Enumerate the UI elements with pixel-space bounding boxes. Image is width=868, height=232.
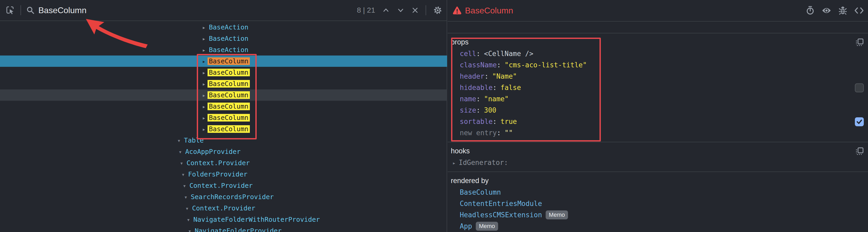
tree-row-basecolumn[interactable]: ▸BaseColumn xyxy=(0,112,447,123)
tree-row-basecolumn[interactable]: ▸BaseColumn xyxy=(0,78,447,89)
debug-log-icon[interactable] xyxy=(839,6,847,15)
inspect-element-icon[interactable] xyxy=(6,6,15,15)
collapse-arrow-icon[interactable]: ▾ xyxy=(176,135,182,146)
clear-search-icon[interactable] xyxy=(411,7,419,14)
tree-row-foldersprovider[interactable]: ▾FoldersProvider xyxy=(0,169,447,180)
settings-gear-icon[interactable] xyxy=(433,5,442,15)
prop-colon: : xyxy=(476,106,480,114)
tree-row-label: BaseAction xyxy=(209,46,249,54)
inspect-dom-icon[interactable] xyxy=(822,7,831,14)
rendered-by-link[interactable]: App xyxy=(460,222,472,230)
tree-row-basecolumn[interactable]: ▸BaseColumn xyxy=(0,56,447,67)
toolbar-divider xyxy=(426,5,426,15)
hook-row-idgenerator[interactable]: ▸IdGenerator: xyxy=(448,157,868,168)
error-warning-icon xyxy=(453,6,462,15)
rendered-by-section-label: rendered by xyxy=(448,175,868,187)
props-section-label: props xyxy=(448,36,868,48)
prop-value[interactable]: "Name" xyxy=(492,72,517,80)
tree-row-table[interactable]: ▾Table xyxy=(0,135,447,146)
expand-arrow-icon[interactable]: ▸ xyxy=(200,112,207,124)
expand-arrow-icon[interactable]: ▸ xyxy=(200,90,207,101)
tree-row-basecolumn[interactable]: ▸BaseColumn xyxy=(0,89,447,101)
copy-props-icon[interactable] xyxy=(856,38,864,47)
rendered-by-link[interactable]: BaseColumn xyxy=(460,188,501,196)
prop-value[interactable]: false xyxy=(500,84,521,91)
collapse-arrow-icon[interactable]: ▾ xyxy=(177,146,184,157)
prev-result-icon[interactable] xyxy=(382,6,390,14)
rendered-by-link[interactable]: ContentEntriesModule xyxy=(460,200,542,207)
collapse-arrow-icon[interactable]: ▾ xyxy=(180,169,187,180)
prop-row-header: header:"Name" xyxy=(448,71,868,82)
prop-value[interactable]: "cms-aco-list-title" xyxy=(505,61,587,69)
collapse-arrow-icon[interactable]: ▾ xyxy=(182,192,189,203)
memo-badge: Memo xyxy=(476,222,498,231)
suspend-timer-icon[interactable] xyxy=(806,6,814,15)
prop-value[interactable]: "" xyxy=(505,129,513,137)
collapse-arrow-icon[interactable]: ▾ xyxy=(184,203,190,214)
tree-row-context-provider[interactable]: ▾Context.Provider xyxy=(0,180,447,191)
expand-arrow-icon[interactable]: ▸ xyxy=(200,124,207,135)
tree-row-acoappprovider[interactable]: ▾AcoAppProvider xyxy=(0,146,447,157)
tree-row-searchrecordsprovider[interactable]: ▾SearchRecordsProvider xyxy=(0,191,447,203)
tree-row-baseaction[interactable]: ▸BaseAction xyxy=(0,22,447,33)
rendered-by-link[interactable]: HeadlessCMSExtension xyxy=(460,211,542,219)
collapse-arrow-icon[interactable]: ▾ xyxy=(185,214,192,225)
tree-row-basecolumn[interactable]: ▸BaseColumn xyxy=(0,101,447,112)
tree-row-label: BaseColumn xyxy=(208,57,250,65)
tree-row-label: BaseColumn xyxy=(208,91,250,99)
tree-row-context-provider[interactable]: ▾Context.Provider xyxy=(0,157,447,169)
prop-row-size: size:300 xyxy=(448,105,868,116)
tree-row-context-provider[interactable]: ▾Context.Provider xyxy=(0,203,447,214)
prop-boolean-checkbox-unchecked[interactable] xyxy=(855,83,864,92)
prop-key[interactable]: className xyxy=(460,61,497,69)
search-result-count: 8 | 21 xyxy=(357,6,375,14)
tree-row-basecolumn[interactable]: ▸BaseColumn xyxy=(0,67,447,78)
expand-arrow-icon[interactable]: ▸ xyxy=(200,22,207,33)
prop-row-cell: cell:<CellName /> xyxy=(448,48,868,59)
tree-row-baseaction[interactable]: ▸BaseAction xyxy=(0,33,447,44)
expand-arrow-icon[interactable]: ▸ xyxy=(200,33,207,45)
rendered-by-row-basecolumn: BaseColumn xyxy=(448,187,868,198)
expand-arrow-icon[interactable]: ▸ xyxy=(200,67,207,78)
prop-row-className: className:"cms-aco-list-title" xyxy=(448,59,868,71)
prop-key[interactable]: header xyxy=(460,72,485,80)
tree-row-label: NavigateFolderWithRouterProvider xyxy=(193,216,320,223)
selected-component-title: BaseColumn xyxy=(465,6,513,16)
prop-value[interactable]: "name" xyxy=(484,95,508,103)
collapse-arrow-icon[interactable]: ▾ xyxy=(178,157,185,169)
collapse-arrow-icon[interactable]: ▾ xyxy=(186,225,193,232)
tree-row-label: Context.Provider xyxy=(189,182,253,190)
tree-row-label: BaseColumn xyxy=(208,69,250,76)
search-input[interactable] xyxy=(38,5,275,15)
next-result-icon[interactable] xyxy=(397,6,405,14)
prop-value[interactable]: <CellName /> xyxy=(484,50,533,58)
hooks-section-label: hooks xyxy=(448,145,868,157)
tree-row-navigatefolderprovider[interactable]: ▾NavigateFolderProvider xyxy=(0,225,447,232)
tree-row-basecolumn[interactable]: ▸BaseColumn xyxy=(0,123,447,135)
hook-name: IdGenerator: xyxy=(459,158,508,167)
collapse-arrow-icon[interactable]: ▾ xyxy=(181,180,188,192)
prop-key[interactable]: cell xyxy=(460,50,476,58)
prop-key[interactable]: sortable xyxy=(460,118,493,125)
prop-value[interactable]: true xyxy=(500,118,517,125)
prop-key[interactable]: name xyxy=(460,95,476,103)
expand-arrow-icon[interactable]: ▸ xyxy=(200,101,207,112)
prop-value[interactable]: 300 xyxy=(484,106,496,114)
expand-arrow-icon[interactable]: ▸ xyxy=(200,45,207,56)
expand-arrow-icon[interactable]: ▸ xyxy=(453,157,459,169)
copy-hooks-icon[interactable] xyxy=(856,147,864,155)
expand-arrow-icon[interactable]: ▸ xyxy=(200,56,207,67)
tree-row-label: FoldersProvider xyxy=(188,170,247,178)
prop-key[interactable]: hideable xyxy=(460,84,493,91)
tree-row-navigatefolderwithrouterprovider[interactable]: ▾NavigateFolderWithRouterProvider xyxy=(0,214,447,225)
prop-key[interactable]: size xyxy=(460,106,476,114)
expand-arrow-icon[interactable]: ▸ xyxy=(200,78,207,90)
selected-element-panel: BaseColumn xyxy=(448,0,868,232)
prop-colon: : xyxy=(497,129,501,137)
prop-boolean-checkbox-checked[interactable] xyxy=(855,117,864,126)
selected-element-header: BaseColumn xyxy=(448,0,868,22)
view-source-icon[interactable] xyxy=(854,7,864,14)
tree-row-baseaction[interactable]: ▸BaseAction xyxy=(0,44,447,56)
prop-key[interactable]: new entry xyxy=(460,129,497,137)
tree-row-label: BaseColumn xyxy=(208,125,250,133)
